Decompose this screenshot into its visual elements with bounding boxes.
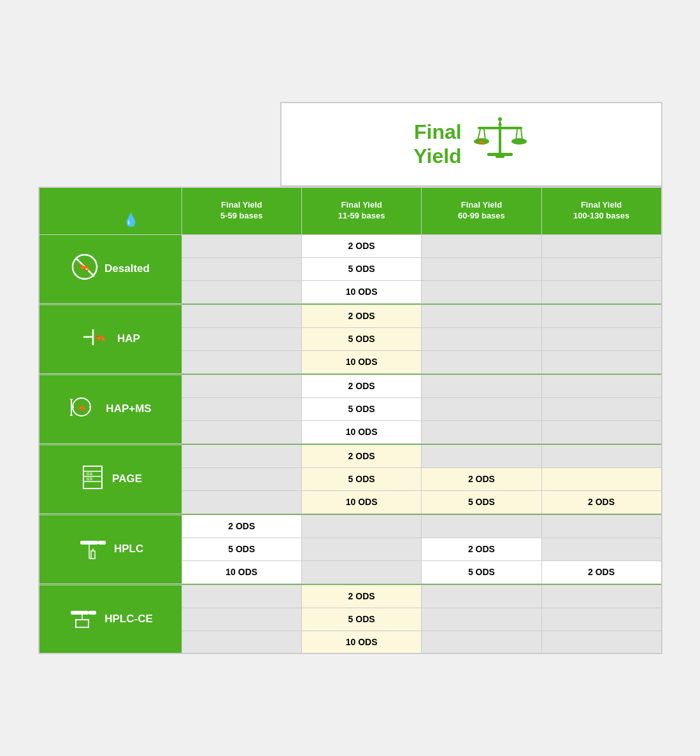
svg-rect-2 [496, 153, 504, 158]
svg-text:🦐: 🦐 [77, 403, 86, 412]
data-cell-5-1-2 [422, 608, 541, 631]
data-cell-1-1-2 [422, 327, 541, 350]
data-cell-1-0-1: 2 ODS [301, 304, 421, 327]
data-cell-5-0-1: 2 ODS [301, 585, 421, 608]
type-label: Desalted [104, 262, 150, 275]
type-label: HAP [117, 332, 140, 345]
data-cell-2-0-1: 2 ODS [301, 374, 421, 397]
type-icon-hap+ms: 🦐 [69, 393, 101, 425]
data-cell-0-1-2 [422, 257, 541, 280]
data-cell-2-2-3 [541, 420, 661, 443]
svg-point-9 [511, 138, 527, 145]
data-cell-4-2-3: 2 ODS [541, 560, 661, 583]
data-cell-4-1-2: 2 ODS [422, 538, 541, 560]
type-label: HPLC [114, 543, 143, 555]
data-cell-4-0-0: 2 ODS [182, 515, 301, 538]
data-cell-5-1-3 [541, 608, 661, 631]
data-cell-2-2-0 [182, 420, 301, 443]
data-cell-3-2-1: 10 ODS [301, 490, 421, 513]
page-wrapper: Final Yield [38, 102, 662, 655]
type-cell-hap: 🦐 HAP [39, 304, 182, 373]
data-cell-3-1-2: 2 ODS [422, 467, 541, 490]
type-label: HAP+MS [106, 403, 151, 415]
data-cell-0-0-0 [182, 234, 301, 257]
table-row: ≡≡≡≡ PAGE 2 ODS [39, 445, 662, 467]
data-cell-2-1-0 [182, 397, 301, 420]
scale-icon: 🦐 [471, 116, 529, 173]
data-cell-4-2-1 [301, 560, 421, 583]
data-cell-3-0-1: 2 ODS [301, 445, 421, 467]
svg-rect-39 [89, 611, 96, 615]
svg-rect-0 [499, 125, 501, 154]
data-cell-1-1-3 [541, 327, 661, 350]
table-row: 🦐 HAP+MS 2 ODS [39, 374, 662, 397]
data-cell-1-1-0 [182, 327, 301, 350]
svg-text:≡≡: ≡≡ [86, 476, 93, 482]
data-cell-5-1-0 [182, 608, 301, 631]
type-cell-hap-ms: 🦐 HAP+MS [39, 374, 182, 443]
data-cell-0-0-3 [541, 234, 661, 257]
svg-text:🦐: 🦐 [78, 262, 90, 273]
data-cell-3-2-2: 5 ODS [422, 490, 541, 513]
data-cell-2-0-3 [541, 374, 661, 397]
data-cell-5-0-0 [182, 585, 301, 608]
header-row: Purification Types 💧 Final Yield5-59 bas… [39, 187, 662, 235]
data-cell-4-2-2: 5 ODS [422, 560, 541, 583]
data-cell-5-2-0 [182, 631, 301, 653]
data-cell-3-1-0 [182, 467, 301, 490]
data-cell-4-2-0: 10 ODS [182, 560, 301, 583]
data-cell-1-0-2 [422, 304, 541, 327]
type-icon-hap: 🦐 [80, 323, 112, 355]
type-icon-hplc-ce [68, 603, 99, 635]
data-cell-5-2-3 [541, 631, 661, 653]
data-cell-0-2-0 [182, 280, 301, 303]
col-header-1: Final Yield5-59 bases [182, 187, 301, 235]
type-cell-hplc-ce: HPLC-CE [39, 585, 182, 653]
drop-icon: 💧 [123, 213, 139, 227]
main-title: Final Yield [413, 120, 461, 169]
data-cell-2-2-2 [422, 420, 541, 443]
data-cell-3-2-0 [182, 490, 301, 513]
type-icon-page: ≡≡≡≡ [78, 463, 107, 495]
data-cell-0-1-1: 5 ODS [301, 257, 421, 280]
svg-rect-32 [80, 541, 98, 545]
title-line1: Final [414, 120, 462, 143]
data-cell-0-2-2 [422, 280, 541, 303]
data-cell-4-0-2 [422, 515, 541, 538]
data-cell-5-1-1: 5 ODS [301, 608, 421, 631]
type-cell-page: ≡≡≡≡ PAGE [39, 445, 182, 513]
data-cell-0-2-1: 10 ODS [301, 280, 421, 303]
data-cell-4-1-3 [541, 538, 661, 560]
col-header-4: Final Yield100-130 bases [541, 187, 661, 235]
data-cell-1-0-0 [182, 304, 301, 327]
data-cell-1-2-2 [422, 350, 541, 373]
data-cell-1-2-1: 10 ODS [301, 350, 421, 373]
type-label: HPLC-CE [104, 613, 153, 625]
data-cell-0-1-0 [182, 257, 301, 280]
table-row: 🦐 Desalted 2 ODS [39, 234, 662, 257]
data-cell-4-1-0: 5 ODS [182, 538, 301, 560]
svg-rect-40 [76, 620, 89, 627]
data-cell-5-0-2 [422, 585, 541, 608]
table-row: 🦐 HAP 2 ODS [39, 304, 662, 327]
data-cell-4-1-1 [301, 538, 421, 560]
svg-rect-38 [71, 611, 89, 615]
data-cell-3-1-3 [541, 467, 661, 490]
type-cell-hplc: HPLC [39, 515, 182, 583]
data-cell-5-2-2 [422, 631, 541, 653]
data-cell-0-0-2 [422, 234, 541, 257]
data-cell-1-0-3 [541, 304, 661, 327]
purif-label-1: Purification [72, 194, 149, 210]
table-row: HPLC 2 ODS [39, 515, 662, 538]
data-cell-4-0-3 [541, 515, 661, 538]
data-cell-0-2-3 [541, 280, 661, 303]
type-icon-desalted: 🦐 [71, 253, 99, 285]
svg-rect-33 [98, 541, 106, 545]
data-cell-1-2-3 [541, 350, 661, 373]
data-cell-2-1-1: 5 ODS [301, 397, 421, 420]
main-table: Purification Types 💧 Final Yield5-59 bas… [38, 187, 662, 655]
svg-text:🦐: 🦐 [478, 138, 485, 146]
data-cell-3-0-3 [541, 445, 661, 467]
data-cell-1-1-1: 5 ODS [301, 327, 421, 350]
data-cell-3-0-2 [422, 445, 541, 467]
